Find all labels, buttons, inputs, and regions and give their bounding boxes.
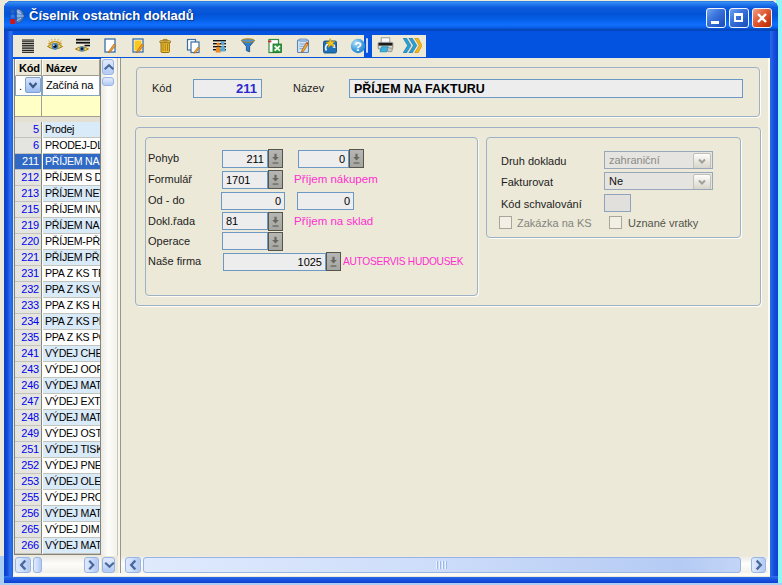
svg-text:?: ? — [354, 40, 362, 54]
